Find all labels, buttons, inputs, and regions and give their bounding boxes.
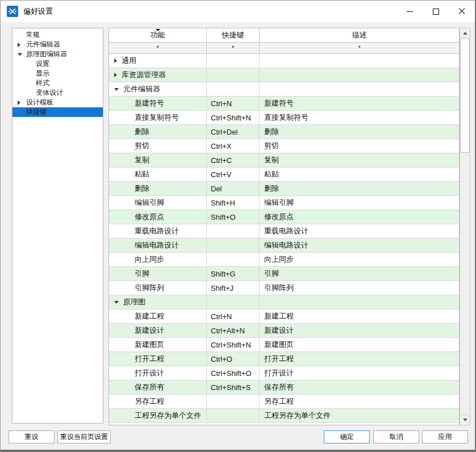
cell-function[interactable]: 新建设计 bbox=[109, 324, 207, 337]
table-row[interactable]: 修改原点 Shift+O 修改原点 bbox=[109, 210, 459, 224]
cell-shortcut[interactable] bbox=[207, 295, 260, 309]
expand-arrow-icon[interactable] bbox=[18, 53, 22, 56]
expand-arrow-icon[interactable] bbox=[114, 88, 119, 91]
cell-description[interactable]: 引脚阵列 bbox=[260, 281, 459, 295]
table-row[interactable]: 通用 bbox=[109, 54, 459, 68]
cell-function[interactable]: 粘贴 bbox=[109, 168, 207, 181]
cell-function[interactable]: 修改原点 bbox=[109, 210, 207, 224]
ok-button[interactable]: 确定 bbox=[324, 430, 370, 443]
cell-description[interactable]: 新建设计 bbox=[260, 324, 459, 337]
table-row[interactable]: 新建符号 Ctrl+N 新建符号 bbox=[109, 97, 459, 111]
cell-description[interactable] bbox=[260, 82, 459, 96]
sidebar-item[interactable]: 原理图编辑器 bbox=[12, 49, 103, 59]
table-row[interactable]: 编辑电路设计 编辑电路设计 bbox=[109, 238, 459, 253]
filter-input-description[interactable]: * bbox=[260, 43, 459, 53]
table-row[interactable]: 新建工程 Ctrl+N 新建工程 bbox=[109, 309, 459, 324]
column-header-shortcut[interactable]: 快捷键 bbox=[207, 28, 260, 42]
cell-description[interactable]: 删除 bbox=[260, 182, 459, 195]
close-button[interactable] bbox=[449, 1, 475, 22]
cell-function[interactable]: 重载电路设计 bbox=[109, 224, 207, 238]
cell-function[interactable]: 引脚阵列 bbox=[109, 281, 207, 295]
cell-description[interactable]: 新建图页 bbox=[260, 338, 459, 351]
cell-shortcut[interactable]: Ctrl+C bbox=[207, 153, 260, 167]
cell-shortcut[interactable]: Ctrl+Del bbox=[207, 125, 260, 139]
cell-function[interactable]: 删除 bbox=[109, 182, 207, 195]
collapse-arrow-icon[interactable] bbox=[18, 101, 20, 105]
cell-shortcut[interactable]: Ctrl+X bbox=[207, 139, 260, 153]
cell-shortcut[interactable] bbox=[207, 409, 260, 422]
cell-description[interactable]: 编辑引脚 bbox=[260, 196, 459, 210]
table-row[interactable]: 打开工程 Ctrl+O 打开工程 bbox=[109, 352, 459, 366]
cell-shortcut[interactable]: Ctrl+N bbox=[207, 97, 260, 110]
cell-shortcut[interactable]: Ctrl+Shift+N bbox=[207, 111, 260, 124]
reset-button[interactable]: 重设 bbox=[9, 430, 55, 443]
cell-description[interactable] bbox=[260, 54, 459, 68]
cancel-button[interactable]: 取消 bbox=[373, 430, 419, 443]
filter-input-function[interactable]: * bbox=[109, 43, 207, 53]
table-row[interactable]: 剪切 Ctrl+X 剪切 bbox=[109, 139, 459, 153]
cell-description[interactable]: 另存工程 bbox=[260, 395, 459, 408]
cell-shortcut[interactable]: Ctrl+N bbox=[207, 309, 260, 323]
cell-description[interactable]: 删除 bbox=[260, 125, 459, 139]
cell-shortcut[interactable]: Ctrl+Shift+O bbox=[207, 366, 260, 380]
table-row[interactable]: 另存工程 另存工程 bbox=[109, 395, 459, 409]
table-row[interactable]: 删除 Ctrl+Del 删除 bbox=[109, 125, 459, 139]
collapse-arrow-icon[interactable] bbox=[114, 58, 117, 63]
cell-shortcut[interactable]: Shift+G bbox=[207, 267, 260, 281]
cell-description[interactable]: 编辑电路设计 bbox=[260, 238, 459, 252]
sidebar-item[interactable]: 变体设计 bbox=[12, 88, 103, 98]
cell-shortcut[interactable] bbox=[207, 82, 260, 96]
table-row[interactable]: 向上同步 向上同步 bbox=[109, 253, 459, 267]
cell-shortcut[interactable] bbox=[207, 238, 260, 252]
cell-function[interactable]: 元件编辑器 bbox=[109, 82, 207, 96]
filter-input-shortcut[interactable]: * bbox=[207, 43, 260, 53]
collapse-arrow-icon[interactable] bbox=[18, 43, 20, 47]
cell-description[interactable]: 修改原点 bbox=[260, 210, 459, 224]
cell-description[interactable] bbox=[260, 68, 459, 82]
cell-description[interactable]: 打开工程 bbox=[260, 352, 459, 366]
cell-description[interactable]: 直接复制符号 bbox=[260, 111, 459, 124]
sidebar-item[interactable]: 样式 bbox=[12, 78, 103, 88]
cell-function[interactable]: 库资源管理器 bbox=[109, 68, 207, 82]
cell-shortcut[interactable] bbox=[207, 68, 260, 82]
scrollbar-thumb[interactable] bbox=[460, 38, 470, 153]
cell-function[interactable]: 保存所有 bbox=[109, 380, 207, 394]
cell-function[interactable]: 新建符号 bbox=[109, 97, 207, 110]
sidebar-item[interactable]: 设置 bbox=[12, 59, 103, 69]
cell-description[interactable]: 工程另存为单个文件 bbox=[260, 409, 459, 422]
maximize-button[interactable] bbox=[423, 1, 449, 22]
cell-description[interactable]: 剪切 bbox=[260, 139, 459, 153]
cell-shortcut[interactable]: Ctrl+V bbox=[207, 168, 260, 181]
column-header-description[interactable]: 描述 bbox=[260, 28, 459, 42]
table-row[interactable]: 元件编辑器 bbox=[109, 82, 459, 97]
table-row[interactable]: 工程另存为单个文件 工程另存为单个文件 bbox=[109, 409, 459, 423]
cell-function[interactable]: 复制 bbox=[109, 153, 207, 167]
cell-shortcut[interactable]: Shift+O bbox=[207, 210, 260, 224]
cell-shortcut[interactable]: Del bbox=[207, 182, 260, 195]
cell-shortcut[interactable] bbox=[207, 253, 260, 266]
minimize-button[interactable] bbox=[396, 1, 423, 22]
cell-shortcut[interactable]: Ctrl+Shift+S bbox=[207, 380, 260, 394]
table-row[interactable]: 粘贴 Ctrl+V 粘贴 bbox=[109, 168, 459, 182]
cell-function[interactable]: 删除 bbox=[109, 125, 207, 139]
cell-description[interactable]: 复制 bbox=[260, 153, 459, 167]
table-row[interactable]: 直接复制符号 Ctrl+Shift+N 直接复制符号 bbox=[109, 111, 459, 125]
cell-function[interactable]: 新建工程 bbox=[109, 309, 207, 323]
table-row[interactable]: 打开设计 Ctrl+Shift+O 打开设计 bbox=[109, 366, 459, 380]
cell-function[interactable]: 剪切 bbox=[109, 139, 207, 153]
table-row[interactable]: 引脚 Shift+G 引脚 bbox=[109, 267, 459, 281]
sidebar-item[interactable]: 设计模板 bbox=[12, 98, 103, 107]
table-row[interactable]: 原理图 bbox=[109, 295, 459, 309]
titlebar[interactable]: 偏好设置 bbox=[1, 1, 475, 22]
cell-description[interactable]: 打开设计 bbox=[260, 366, 459, 380]
cell-function[interactable]: 另存工程 bbox=[109, 395, 207, 408]
cell-shortcut[interactable] bbox=[207, 395, 260, 408]
cell-description[interactable]: 引脚 bbox=[260, 267, 459, 281]
cell-description[interactable]: 新建符号 bbox=[260, 97, 459, 110]
cell-description[interactable]: 粘贴 bbox=[260, 168, 459, 181]
scroll-down-button[interactable] bbox=[460, 415, 470, 425]
table-row[interactable]: 新建图页 Ctrl+Shift+N 新建图页 bbox=[109, 338, 459, 352]
cell-function[interactable]: 打开设计 bbox=[109, 366, 207, 380]
table-row[interactable]: 复制 Ctrl+C 复制 bbox=[109, 153, 459, 168]
cell-shortcut[interactable]: Ctrl+Shift+N bbox=[207, 338, 260, 351]
